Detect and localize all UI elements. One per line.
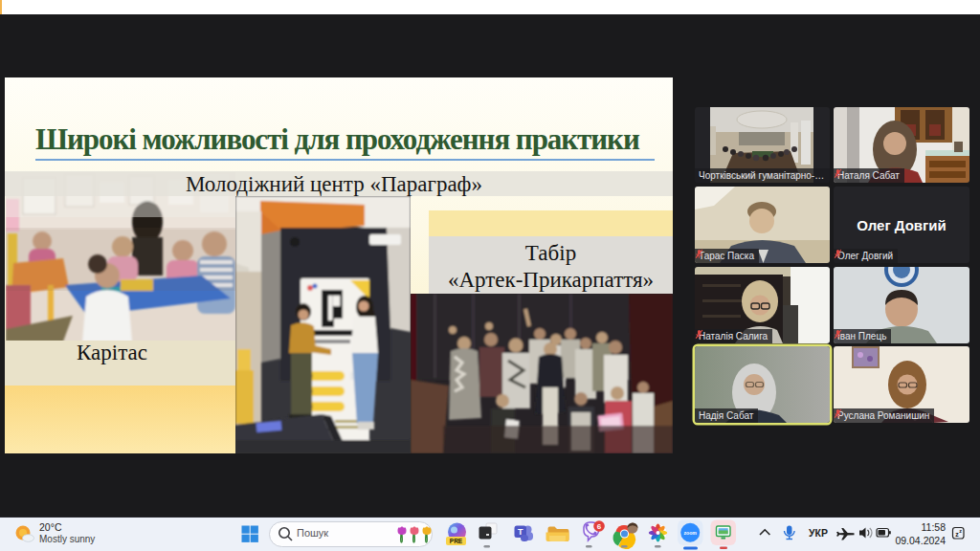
svg-text:PRE: PRE — [450, 538, 463, 544]
svg-text:z: z — [955, 531, 959, 538]
svg-text:6: 6 — [597, 522, 602, 531]
svg-text:z: z — [959, 528, 962, 534]
svg-text:zoom: zoom — [683, 530, 697, 536]
